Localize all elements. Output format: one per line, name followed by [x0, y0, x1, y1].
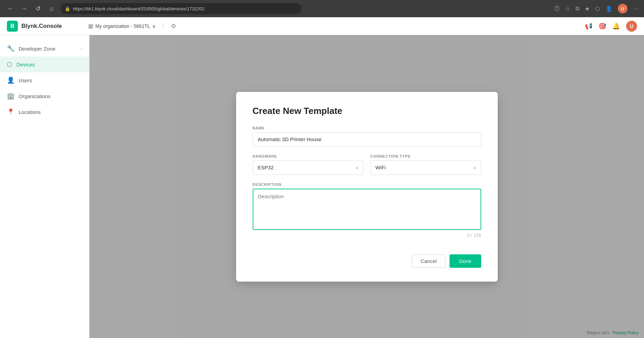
back-button[interactable]: ←	[6, 4, 15, 13]
developer-zone-chevron-icon: ›	[81, 46, 82, 51]
sidebar-item-locations[interactable]: 📍 Locations	[0, 104, 89, 120]
sidebar-label-devices: Devices	[17, 62, 35, 67]
modal-backdrop: Create New Template NAME HARDWARE ESP32	[89, 35, 644, 338]
logo-area: B Blynk.Console	[7, 21, 83, 32]
cancel-button[interactable]: Cancel	[412, 254, 445, 268]
forward-button[interactable]: →	[19, 4, 29, 13]
description-field-group: DESCRIPTION 0 / 128	[253, 182, 481, 238]
app-container: B Blynk.Console ▦ My organization - 5661…	[0, 17, 644, 338]
hardware-select[interactable]: ESP32 ESP8266 Arduino Raspberry Pi	[253, 160, 363, 175]
sidebar-item-developer-zone[interactable]: 🔧 Developer Zone ›	[0, 41, 89, 56]
connection-type-select[interactable]: WiFi Ethernet Cellular Bluetooth	[370, 160, 481, 175]
sidebar-item-devices[interactable]: ⬡ Devices	[0, 56, 89, 72]
hardware-field-group: HARDWARE ESP32 ESP8266 Arduino Raspberry…	[253, 154, 363, 175]
url-text: https://blr1.blynk.cloud/dashboard/25350…	[73, 6, 204, 11]
top-nav: B Blynk.Console ▦ My organization - 5661…	[0, 17, 644, 35]
name-input[interactable]	[253, 132, 481, 147]
settings-icon[interactable]: ⚙	[171, 22, 176, 30]
browser-action-area: Ⓣ ☆ ⧉ ★ ⬡ 👤 U ⋯	[554, 4, 638, 13]
sidebar-label-locations: Locations	[19, 109, 41, 115]
nav-divider: |	[162, 23, 164, 29]
target-icon[interactable]: 🎯	[599, 22, 606, 30]
modal-actions: Cancel Done	[253, 254, 481, 268]
sidebar-item-users[interactable]: 👤 Users	[0, 72, 89, 88]
refresh-button[interactable]: ↺	[33, 4, 43, 13]
locations-icon: 📍	[7, 108, 14, 116]
sidebar-label-developer-zone: Developer Zone	[19, 46, 55, 52]
page-background: Create New Template NAME HARDWARE ESP32	[89, 35, 644, 338]
org-chevron-icon: ∨	[152, 23, 156, 29]
org-name: My organization - 5661TL	[95, 23, 150, 29]
description-label: DESCRIPTION	[253, 182, 481, 187]
top-nav-right: 📢 🎯 🔔 U	[585, 21, 637, 32]
connection-type-field-group: CONNECTION TYPE WiFi Ethernet Cellular B…	[370, 154, 481, 175]
extensions-icon[interactable]: ⬡	[595, 6, 600, 12]
done-button[interactable]: Done	[450, 254, 481, 268]
developer-zone-icon: 🔧	[7, 45, 14, 52]
bell-icon[interactable]: 🔔	[612, 22, 620, 30]
sidebar: 🔧 Developer Zone › ⬡ Devices 👤 Users 🏢 O…	[0, 35, 89, 338]
more-options-icon[interactable]: ⋯	[633, 6, 638, 12]
home-button[interactable]: ⌂	[47, 4, 56, 13]
browser-chrome: ← → ↺ ⌂ 🔒 https://blr1.blynk.cloud/dashb…	[0, 0, 644, 17]
hardware-connection-row: HARDWARE ESP32 ESP8266 Arduino Raspberry…	[253, 154, 481, 175]
char-count: 0 / 128	[253, 233, 481, 238]
favorites-icon[interactable]: ★	[585, 6, 590, 12]
organizations-icon: 🏢	[7, 92, 14, 100]
split-view-icon[interactable]: ⧉	[576, 6, 579, 12]
modal-title: Create New Template	[253, 106, 481, 116]
connection-type-label: CONNECTION TYPE	[370, 154, 481, 158]
org-icon: ▦	[88, 23, 93, 29]
users-icon: 👤	[7, 76, 14, 84]
create-template-modal: Create New Template NAME HARDWARE ESP32	[236, 92, 498, 282]
sidebar-label-organizations: Organizations	[19, 93, 51, 99]
name-label: NAME	[253, 126, 481, 130]
translate-icon[interactable]: Ⓣ	[554, 5, 560, 12]
main-content: 🔧 Developer Zone › ⬡ Devices 👤 Users 🏢 O…	[0, 35, 644, 338]
star-icon[interactable]: ☆	[565, 6, 570, 12]
lock-icon: 🔒	[65, 6, 70, 11]
sidebar-label-users: Users	[19, 77, 32, 83]
hardware-select-wrapper: ESP32 ESP8266 Arduino Raspberry Pi	[253, 160, 363, 175]
org-selector[interactable]: ▦ My organization - 5661TL ∨	[88, 23, 156, 29]
address-bar[interactable]: 🔒 https://blr1.blynk.cloud/dashboard/253…	[61, 3, 302, 14]
description-textarea[interactable]	[253, 189, 481, 230]
user-avatar[interactable]: U	[626, 21, 637, 32]
hardware-label: HARDWARE	[253, 154, 363, 158]
sidebar-item-organizations[interactable]: 🏢 Organizations	[0, 88, 89, 104]
devices-icon: ⬡	[7, 61, 12, 68]
logo-icon: B	[7, 21, 18, 32]
megaphone-icon[interactable]: 📢	[585, 22, 592, 30]
browser-user-avatar[interactable]: U	[618, 4, 627, 13]
app-name: Blynk.Console	[21, 23, 62, 30]
name-field-group: NAME	[253, 126, 481, 147]
profile-icon[interactable]: 👤	[605, 6, 612, 12]
connection-select-wrapper: WiFi Ethernet Cellular Bluetooth	[370, 160, 481, 175]
